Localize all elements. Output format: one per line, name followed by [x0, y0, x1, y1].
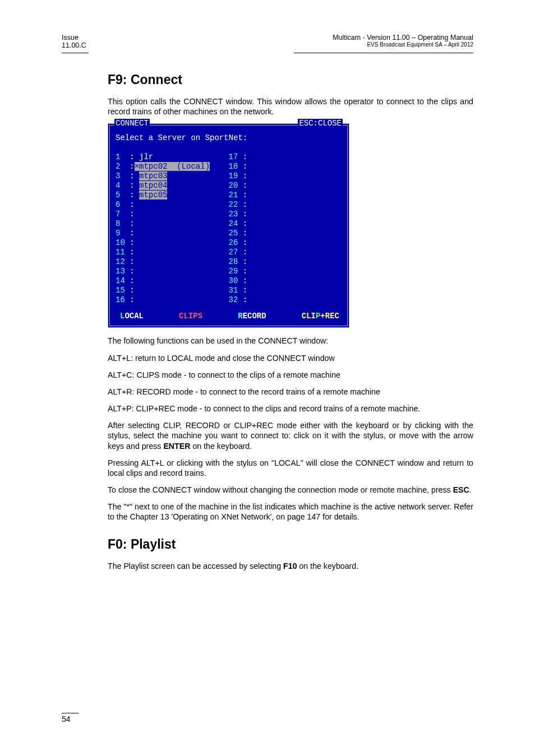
asterisk-note-paragraph: The "*" next to one of the machine in th…	[108, 502, 473, 522]
terminal-footer: LOCAL CLIPS RECORD CLIP+REC	[110, 307, 347, 322]
alt-r-line: ALT+R: RECORD mode - to connect to the r…	[108, 387, 473, 397]
f0-body-text-1: The Playlist screen can be accessed by s…	[108, 562, 283, 571]
terminal-title-left: CONNECT	[114, 119, 150, 128]
server-list-row[interactable]: 28 :	[229, 257, 342, 267]
server-list-row[interactable]: 17 :	[229, 152, 342, 162]
server-list-row[interactable]: 5 : mtpc05	[116, 191, 229, 200]
terminal-titlebar: CONNECT ESC:CLOSE	[110, 119, 347, 128]
alt-c-line: ALT+C: CLIPS mode - to connect to the cl…	[108, 370, 473, 380]
server-list-row[interactable]: 26 :	[229, 238, 342, 248]
header-left-rule	[62, 53, 89, 53]
server-list-row[interactable]: 15 :	[116, 286, 229, 295]
server-list-row[interactable]: 27 :	[229, 248, 342, 257]
server-list-row[interactable]: 19 :	[229, 171, 342, 181]
alt-p-line: ALT+P: CLIP+REC mode - to connect to the…	[108, 403, 473, 414]
section-heading-f9: F9: Connect	[108, 72, 473, 87]
footer-clips[interactable]: CLIPS	[179, 312, 202, 321]
after-select-text-1: After selecting CLIP, RECORD or CLIP+REC…	[108, 421, 473, 450]
server-list-row[interactable]: 10 :	[116, 238, 229, 248]
server-list-row[interactable]: 22 :	[229, 200, 342, 210]
server-list-row[interactable]: 18 :	[229, 162, 342, 171]
server-list-row[interactable]: 16 :	[116, 295, 229, 305]
server-list-row[interactable]: 8 :	[116, 219, 229, 229]
server-list-row[interactable]: 11 :	[116, 248, 229, 257]
f9-intro-paragraph: This option calls the CONNECT window. Th…	[108, 96, 473, 117]
footer-cliprec[interactable]: CLIP+REC	[302, 312, 339, 321]
company-line: EVS Broadcast Equipment SA – April 2012	[333, 41, 473, 48]
page-number-rule	[62, 713, 79, 713]
server-list-row[interactable]: 12 :	[116, 257, 229, 267]
page-number: 54	[62, 715, 71, 723]
server-list-row[interactable]: 20 :	[229, 181, 342, 191]
close-window-text-1: To close the CONNECT window without chan…	[108, 485, 453, 494]
server-list-row[interactable]: 9 :	[116, 229, 229, 238]
terminal-right-column: 17 :18 :19 :20 :21 :22 :23 :24 :25 :26 :…	[229, 152, 342, 305]
after-select-text-2: on the keyboard.	[190, 442, 252, 451]
f0-body-paragraph: The Playlist screen can be accessed by s…	[108, 561, 473, 571]
server-list-row[interactable]: 6 :	[116, 200, 229, 210]
header-product: Multicam - Version 11.00 – Operating Man…	[333, 34, 473, 48]
server-list-row[interactable]: 31 :	[229, 286, 342, 295]
functions-intro: The following functions can be used in t…	[108, 336, 473, 346]
server-list-row[interactable]: 2 :×mtpc02 (Local)	[116, 162, 229, 171]
terminal-prompt: Select a Server on SportNet:	[116, 133, 342, 143]
server-list-row[interactable]: 13 :	[116, 267, 229, 276]
server-list-row[interactable]: 23 :	[229, 210, 342, 219]
page-header: Issue 11.00.C Multicam - Version 11.00 –…	[62, 34, 473, 49]
page-content: F9: Connect This option calls the CONNEC…	[108, 72, 473, 571]
issue-value: 11.00.C	[62, 41, 86, 49]
server-list-row[interactable]: 25 :	[229, 229, 342, 238]
server-list-row[interactable]: 30 :	[229, 276, 342, 286]
esc-key: ESC	[453, 485, 469, 494]
server-list-row[interactable]: 32 :	[229, 295, 342, 305]
footer-record[interactable]: RECORD	[238, 312, 266, 321]
issue-label: Issue	[62, 34, 86, 41]
connect-terminal: CONNECT ESC:CLOSE Select a Server on Spo…	[108, 123, 349, 328]
server-list-row[interactable]: 29 :	[229, 267, 342, 276]
server-list-row[interactable]: 14 :	[116, 276, 229, 286]
server-list-row[interactable]: 24 :	[229, 219, 342, 229]
pressing-altl-paragraph: Pressing ALT+L or clicking with the styl…	[108, 458, 473, 478]
terminal-left-column: 1 : jlr2 :×mtpc02 (Local)3 : mtpc034 : m…	[116, 152, 229, 305]
header-issue: Issue 11.00.C	[62, 34, 86, 49]
server-list-row[interactable]: 4 : mtpc04	[116, 181, 229, 191]
server-list-row[interactable]: 7 :	[116, 210, 229, 219]
server-list-row[interactable]: 3 : mtpc03	[116, 171, 229, 181]
terminal-columns: 1 : jlr2 :×mtpc02 (Local)3 : mtpc034 : m…	[116, 152, 342, 305]
f10-key: F10	[283, 562, 297, 571]
after-select-paragraph: After selecting CLIP, RECORD or CLIP+REC…	[108, 420, 473, 451]
enter-key: ENTER	[163, 442, 190, 451]
alt-l-line: ALT+L: return to LOCAL mode and close th…	[108, 353, 473, 363]
server-list-row[interactable]: 21 :	[229, 191, 342, 200]
section-heading-f0: F0: Playlist	[108, 537, 473, 552]
f0-body-text-2: on the keyboard.	[297, 562, 359, 571]
close-window-text-2: .	[469, 485, 472, 494]
close-window-paragraph: To close the CONNECT window without chan…	[108, 485, 473, 495]
product-title: Multicam - Version 11.00 – Operating Man…	[333, 34, 473, 41]
terminal-title-right: ESC:CLOSE	[298, 119, 343, 128]
footer-local[interactable]: LOCAL	[120, 312, 144, 321]
header-right-rule	[294, 53, 473, 53]
server-list-row[interactable]: 1 : jlr	[116, 152, 229, 162]
